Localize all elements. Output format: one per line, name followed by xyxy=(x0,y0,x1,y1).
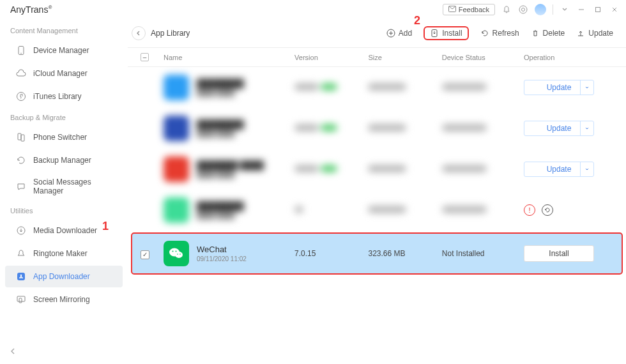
row-checkbox[interactable]: ✓ xyxy=(141,250,149,259)
col-operation[interactable]: Operation xyxy=(524,54,613,61)
update-button[interactable]: Update xyxy=(576,29,613,38)
section-backup-migrate: Backup & Migrate xyxy=(0,109,128,125)
table-row[interactable]: ███████ ████████ ████ Update xyxy=(128,149,626,190)
app-title: AnyTrans® xyxy=(10,4,52,15)
app-version: 7.0.15 xyxy=(294,249,368,258)
sidebar-item-phone-switcher[interactable]: Phone Switcher xyxy=(5,126,123,148)
svg-point-6 xyxy=(20,53,22,54)
warning-icon[interactable]: ! xyxy=(524,204,535,216)
chat-icon xyxy=(15,181,27,192)
sidebar-item-screen-mirroring[interactable]: Screen Mirroring xyxy=(5,289,123,310)
col-size[interactable]: Size xyxy=(368,54,441,61)
chevron-down-icon[interactable] xyxy=(580,162,593,176)
svg-point-21 xyxy=(179,254,181,255)
col-version[interactable]: Version xyxy=(294,54,368,61)
sidebar-item-social-messages[interactable]: Social Messages Manager xyxy=(5,172,123,201)
appstore-icon xyxy=(15,271,27,282)
annotation-1: 1 xyxy=(102,220,109,233)
music-icon xyxy=(15,91,27,102)
back-button[interactable] xyxy=(132,26,146,40)
svg-rect-9 xyxy=(21,135,24,141)
chevron-down-icon[interactable] xyxy=(580,121,593,135)
svg-rect-8 xyxy=(18,133,21,140)
table-header: – Name Version Size Device Status Operat… xyxy=(128,47,626,67)
svg-point-18 xyxy=(172,251,174,252)
svg-rect-12 xyxy=(17,296,25,301)
refresh-icon xyxy=(480,29,489,38)
mail-icon xyxy=(448,6,456,13)
sidebar-item-device-manager[interactable]: Device Manager xyxy=(5,40,123,61)
row-update-button[interactable]: Update xyxy=(524,162,594,177)
close-icon[interactable] xyxy=(609,4,620,15)
ringtone-icon xyxy=(15,248,27,259)
avatar[interactable] xyxy=(535,4,546,15)
svg-point-17 xyxy=(175,252,183,258)
help-icon[interactable] xyxy=(518,4,528,15)
section-content-management: Content Management xyxy=(0,22,128,38)
row-update-button[interactable]: Update xyxy=(524,80,594,95)
col-name[interactable]: Name xyxy=(164,54,294,61)
install-icon xyxy=(430,29,439,38)
switch-icon xyxy=(15,132,27,143)
sidebar: Content Management Device Manager iCloud… xyxy=(0,19,128,364)
upload-icon xyxy=(576,29,585,38)
app-date: 09/11/2020 11:02 xyxy=(197,255,247,262)
sidebar-item-ringtone-maker[interactable]: Ringtone Maker xyxy=(5,243,123,264)
maximize-icon[interactable] xyxy=(593,4,603,15)
svg-point-19 xyxy=(176,251,177,252)
wechat-app-icon xyxy=(164,241,189,266)
cloud-icon xyxy=(15,68,27,79)
plus-icon xyxy=(386,29,395,38)
table-row[interactable]: ████████████ ████ ! xyxy=(128,190,626,231)
minimize-icon[interactable] xyxy=(576,4,586,15)
chevron-down-icon[interactable] xyxy=(580,80,593,95)
section-utilities: Utilities xyxy=(0,202,128,218)
download-icon xyxy=(15,225,27,236)
add-button[interactable]: Add xyxy=(386,29,412,38)
feedback-button[interactable]: Feedback xyxy=(443,4,495,15)
app-size: 323.66 MB xyxy=(368,249,441,258)
svg-point-20 xyxy=(177,254,178,255)
row-update-button[interactable]: Update xyxy=(524,121,594,136)
sidebar-item-itunes-library[interactable]: iTunes Library xyxy=(5,86,123,107)
delete-button[interactable]: Delete xyxy=(531,29,565,38)
select-all-checkbox[interactable]: – xyxy=(141,53,149,61)
table-row-selected[interactable]: ✓ WeChat 09/11/2020 11:02 7.0.15 323.66 … xyxy=(132,233,622,274)
sidebar-item-icloud-manager[interactable]: iCloud Manager xyxy=(5,63,123,84)
row-refresh-icon[interactable] xyxy=(542,204,553,216)
table-row[interactable]: ████████████ ████ Update xyxy=(128,67,626,108)
backup-icon xyxy=(15,155,27,166)
collapse-sidebar-icon[interactable] xyxy=(9,346,17,358)
annotation-2: 2 xyxy=(414,14,420,27)
install-button[interactable]: Install xyxy=(424,26,468,40)
sidebar-item-app-downloader[interactable]: App Downloader xyxy=(5,266,123,287)
col-status[interactable]: Device Status xyxy=(442,54,524,61)
sidebar-item-backup-manager[interactable]: Backup Manager xyxy=(5,149,123,171)
trash-icon xyxy=(531,29,540,38)
app-status: Not Installed xyxy=(442,249,524,258)
dropdown-icon[interactable] xyxy=(560,4,570,15)
svg-rect-13 xyxy=(19,298,22,303)
svg-point-1 xyxy=(519,6,527,13)
breadcrumb: App Library xyxy=(151,29,190,38)
refresh-button[interactable]: Refresh xyxy=(480,29,519,38)
app-name: WeChat xyxy=(197,245,247,254)
svg-point-7 xyxy=(17,93,26,101)
device-icon xyxy=(15,45,27,56)
mirror-icon xyxy=(15,294,27,305)
table-row[interactable]: ████████████ ████ Update xyxy=(128,108,626,149)
svg-rect-4 xyxy=(596,8,600,12)
row-install-button[interactable]: Install xyxy=(524,245,594,262)
svg-point-2 xyxy=(522,8,525,11)
bell-icon[interactable] xyxy=(501,4,512,15)
